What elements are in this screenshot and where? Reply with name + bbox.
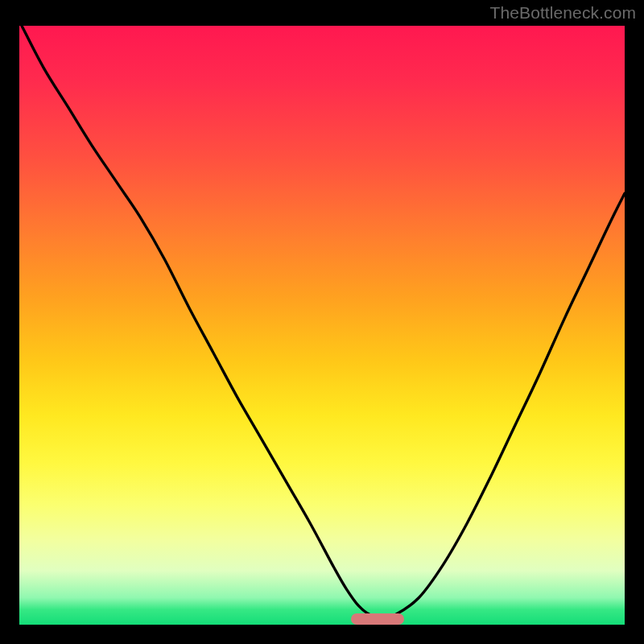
plot-area (19, 26, 625, 625)
watermark-text: TheBottleneck.com (490, 3, 636, 23)
optimum-marker (351, 613, 404, 625)
bottleneck-curve (19, 26, 625, 625)
chart-frame: TheBottleneck.com (0, 0, 644, 644)
